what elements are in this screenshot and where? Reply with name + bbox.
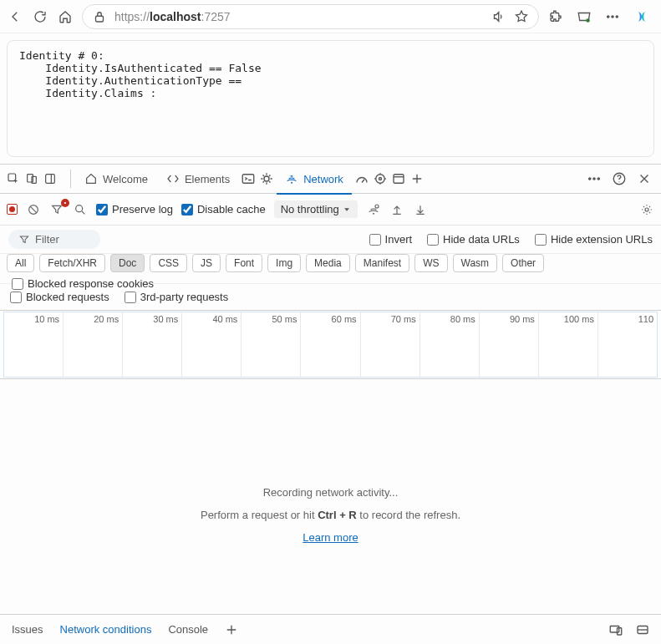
devtools-tabstrip: Welcome Elements Network [0, 164, 661, 194]
resource-pill-css[interactable]: CSS [150, 254, 187, 272]
timeline-column: 80 ms [420, 312, 480, 377]
help-icon[interactable] [611, 170, 628, 187]
svg-point-11 [264, 176, 269, 181]
shopping-icon[interactable] [576, 8, 592, 25]
resource-pill-font[interactable]: Font [226, 254, 262, 272]
timeline-column: 110 [598, 312, 657, 377]
performance-tab-icon[interactable] [353, 170, 370, 187]
svg-point-14 [379, 178, 381, 180]
hide-data-urls-checkbox[interactable]: Hide data URLs [427, 233, 520, 246]
network-timeline[interactable]: 10 ms20 ms30 ms40 ms50 ms60 ms70 ms80 ms… [0, 311, 661, 379]
resource-pill-manifest[interactable]: Manifest [355, 254, 409, 272]
preserve-log-checkbox[interactable]: Preserve log [96, 203, 173, 216]
url-text: https://localhost:7257 [114, 10, 231, 23]
drawer-tab-network-conditions[interactable]: Network conditions [58, 620, 154, 639]
tab-welcome[interactable]: Welcome [76, 164, 156, 194]
back-icon[interactable] [7, 8, 23, 25]
resource-pill-all[interactable]: All [7, 254, 34, 272]
network-conditions-icon[interactable] [366, 202, 381, 217]
timeline-label: 30 ms [153, 314, 178, 324]
filter-row-options: Filter Invert Hide data URLs Hide extens… [0, 226, 661, 254]
drawer-device-icon[interactable] [608, 621, 624, 638]
svg-rect-0 [96, 16, 104, 22]
drawer-add-icon[interactable] [223, 621, 240, 638]
tab-elements[interactable]: Elements [158, 164, 238, 194]
timeline-label: 40 ms [212, 314, 237, 324]
resource-pill-js[interactable]: JS [192, 254, 221, 272]
refresh-icon[interactable] [32, 8, 48, 25]
devtools-drawer: Issues Network conditions Console [0, 614, 661, 644]
search-icon[interactable] [73, 202, 88, 217]
clear-icon[interactable] [26, 202, 41, 217]
copilot-icon[interactable] [633, 8, 651, 26]
favorite-icon[interactable] [513, 8, 530, 25]
svg-point-1 [586, 18, 590, 23]
svg-rect-10 [242, 175, 254, 184]
inspect-icon[interactable] [5, 170, 22, 187]
svg-rect-8 [46, 175, 55, 184]
throttling-dropdown[interactable]: No throttling [274, 200, 358, 218]
resource-pill-media[interactable]: Media [306, 254, 350, 272]
timeline-column: 90 ms [480, 312, 539, 377]
export-icon[interactable] [413, 202, 428, 217]
drawer-expand-icon[interactable] [634, 621, 651, 638]
lock-icon[interactable] [91, 8, 108, 25]
dock-icon[interactable] [42, 170, 58, 187]
console-tab-icon[interactable] [240, 170, 257, 187]
resource-pill-fetch-xhr[interactable]: Fetch/XHR [39, 254, 105, 272]
resource-pill-ws[interactable]: WS [414, 254, 447, 272]
home-icon[interactable] [57, 8, 74, 25]
address-bar[interactable]: https://localhost:7257 [82, 4, 539, 29]
application-tab-icon[interactable] [390, 170, 407, 187]
drawer-tab-console[interactable]: Console [166, 620, 210, 639]
extensions-icon[interactable] [547, 8, 564, 25]
recording-placeholder: Recording network activity... Perform a … [0, 379, 661, 644]
memory-tab-icon[interactable] [372, 170, 389, 187]
svg-point-4 [616, 15, 618, 17]
resource-pill-img[interactable]: Img [267, 254, 301, 272]
learn-more-link[interactable]: Learn more [303, 531, 358, 544]
invert-checkbox[interactable]: Invert [369, 233, 413, 246]
blocked-cookies-checkbox[interactable]: Blocked response cookies [12, 277, 154, 290]
timeline-label: 50 ms [272, 314, 297, 324]
blocked-requests-checkbox[interactable]: Blocked requests [10, 291, 109, 303]
add-tab-icon[interactable] [409, 170, 425, 187]
timeline-label: 70 ms [391, 314, 416, 324]
import-icon[interactable] [389, 202, 404, 217]
resource-pill-other[interactable]: Other [502, 254, 544, 272]
timeline-label: 80 ms [450, 314, 475, 324]
resource-type-filters: AllFetch/XHRDocCSSJSFontImgMediaManifest… [0, 254, 661, 284]
network-toolbar: • Preserve log Disable cache No throttli… [0, 194, 661, 226]
resource-pill-wasm[interactable]: Wasm [453, 254, 498, 272]
filter-input[interactable]: Filter [8, 230, 100, 249]
drawer-tab-issues[interactable]: Issues [10, 620, 45, 639]
close-devtools-icon[interactable] [636, 170, 653, 187]
timeline-column: 50 ms [242, 312, 301, 377]
timeline-label: 10 ms [34, 314, 59, 324]
hide-extension-urls-checkbox[interactable]: Hide extension URLs [535, 233, 653, 246]
page-body: Identity # 0: Identity.IsAuthenticated =… [7, 40, 654, 157]
filter-toggle-icon[interactable]: • [49, 202, 64, 217]
sources-tab-icon[interactable] [258, 170, 275, 187]
timeline-label: 20 ms [94, 314, 119, 324]
svg-point-25 [375, 205, 379, 208]
device-toggle-icon[interactable] [23, 170, 40, 187]
browser-toolbar: https://localhost:7257 [0, 0, 661, 33]
record-button[interactable] [7, 204, 18, 215]
timeline-label: 60 ms [332, 314, 357, 324]
timeline-column: 10 ms [4, 312, 64, 377]
disable-cache-checkbox[interactable]: Disable cache [181, 203, 266, 216]
svg-point-18 [593, 178, 595, 180]
svg-point-21 [618, 181, 619, 182]
more-icon[interactable] [604, 8, 621, 25]
third-party-checkbox[interactable]: 3rd-party requests [125, 291, 229, 303]
devtools-more-icon[interactable] [586, 170, 603, 187]
network-settings-icon[interactable] [639, 202, 654, 217]
recording-line2: Perform a request or hit Ctrl + R to rec… [201, 509, 460, 521]
read-aloud-icon[interactable] [490, 8, 506, 25]
resource-pill-doc[interactable]: Doc [110, 254, 145, 272]
svg-point-3 [612, 15, 613, 17]
timeline-column: 30 ms [123, 312, 182, 377]
tab-network[interactable]: Network [277, 164, 352, 194]
timeline-column: 60 ms [301, 312, 360, 377]
